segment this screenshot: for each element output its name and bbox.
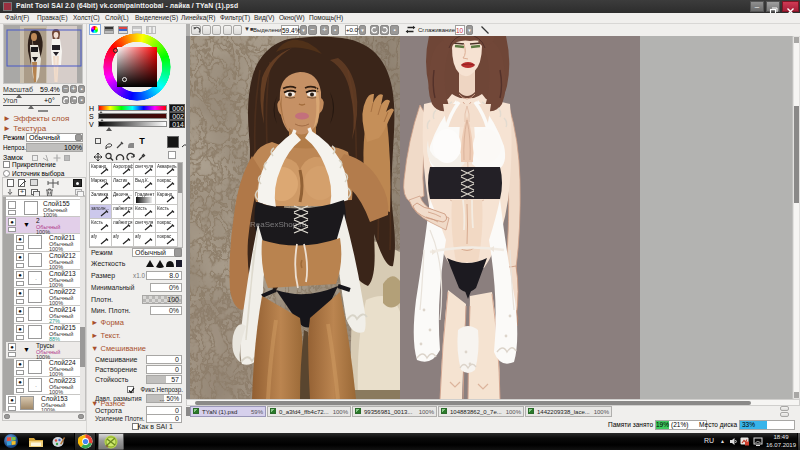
svg-text:ReaSexShop.ru: ReaSexShop.ru (250, 220, 306, 229)
